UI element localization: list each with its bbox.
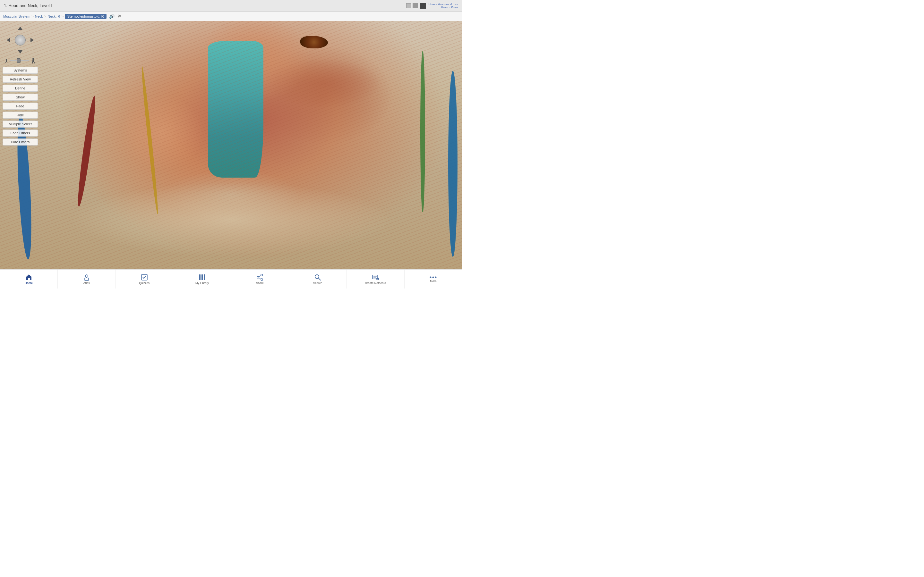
atlas-label: Atlas bbox=[83, 282, 90, 285]
svg-point-32 bbox=[430, 276, 431, 278]
top-bar: 1. Head and Neck, Level I Human Anatomy … bbox=[0, 0, 462, 11]
person-small-icon bbox=[4, 58, 9, 63]
hide-others-button[interactable]: Hide Others bbox=[3, 139, 38, 145]
top-bar-right: Human Anatomy Atlas Visible Body bbox=[406, 3, 458, 9]
settings-icon[interactable] bbox=[420, 3, 426, 9]
nav-item-home[interactable]: Home bbox=[0, 269, 58, 288]
fade-others-button[interactable]: Fade Others bbox=[3, 129, 38, 137]
nav-item-library[interactable]: My Library bbox=[173, 269, 231, 288]
breadcrumb-sep-3: > bbox=[61, 15, 63, 18]
atlas-icon bbox=[83, 274, 90, 281]
svg-text:+: + bbox=[377, 278, 379, 281]
vessel-2 bbox=[448, 71, 457, 257]
svg-rect-7 bbox=[7, 62, 7, 63]
nav-item-search[interactable]: Search bbox=[289, 269, 347, 288]
nav-item-more[interactable]: More bbox=[405, 269, 462, 288]
nav-right-arrow[interactable] bbox=[29, 37, 35, 43]
svg-rect-5 bbox=[6, 60, 7, 62]
svg-line-24 bbox=[259, 277, 261, 279]
svg-line-26 bbox=[318, 278, 320, 280]
search-icon bbox=[314, 274, 321, 281]
svg-rect-18 bbox=[202, 274, 203, 280]
svg-point-22 bbox=[261, 279, 263, 280]
hide-button[interactable]: Hide bbox=[3, 111, 38, 119]
library-label: My Library bbox=[195, 282, 209, 285]
breadcrumb-sep-2: > bbox=[44, 15, 46, 18]
nav-up-arrow[interactable] bbox=[18, 26, 23, 31]
zoom-thumb[interactable] bbox=[17, 58, 21, 63]
svg-rect-10 bbox=[32, 62, 33, 63]
nav-item-notecard[interactable]: + Create Notecard bbox=[347, 269, 405, 288]
nav-left-arrow[interactable] bbox=[6, 37, 11, 43]
eye-detail bbox=[300, 36, 328, 48]
fade-button[interactable]: Fade bbox=[3, 103, 38, 110]
breadcrumb-neck-r[interactable]: Neck, R bbox=[47, 15, 60, 18]
svg-rect-9 bbox=[32, 60, 34, 62]
breadcrumb-muscular-system[interactable]: Muscular System bbox=[3, 15, 30, 18]
nav-down-arrow[interactable] bbox=[18, 49, 23, 55]
library-icon bbox=[199, 274, 206, 281]
svg-point-8 bbox=[32, 58, 34, 60]
notecard-icon: + bbox=[372, 274, 379, 281]
svg-marker-12 bbox=[26, 274, 32, 280]
svg-point-33 bbox=[433, 276, 434, 278]
more-label: More bbox=[430, 279, 437, 283]
systems-button[interactable]: Systems bbox=[3, 67, 38, 74]
zoom-slider[interactable] bbox=[4, 58, 36, 63]
left-controls-panel: Systems Refresh View Define Show Fade Hi… bbox=[3, 26, 38, 145]
navigation-joystick[interactable] bbox=[6, 26, 35, 55]
window-restore-button[interactable] bbox=[413, 3, 418, 8]
svg-point-4 bbox=[6, 59, 7, 60]
svg-rect-6 bbox=[5, 62, 6, 63]
show-button[interactable]: Show bbox=[3, 93, 38, 101]
window-min-button[interactable] bbox=[406, 3, 411, 8]
svg-rect-11 bbox=[34, 62, 35, 63]
svg-marker-1 bbox=[18, 50, 23, 53]
svg-point-25 bbox=[315, 275, 319, 279]
info-icon[interactable]: 🏳 bbox=[117, 14, 121, 19]
multiple-select-button[interactable]: Multiple Select bbox=[3, 121, 38, 127]
home-icon bbox=[25, 274, 33, 281]
home-label: Home bbox=[25, 282, 33, 285]
share-icon bbox=[256, 274, 263, 281]
person-large-icon bbox=[31, 58, 36, 63]
notecard-label: Create Notecard bbox=[365, 282, 386, 285]
define-button[interactable]: Define bbox=[3, 85, 38, 92]
bottom-nav-bar: Home Atlas Quizzes My Library bbox=[0, 269, 462, 288]
svg-point-20 bbox=[261, 274, 263, 276]
3d-canvas[interactable] bbox=[0, 21, 462, 269]
svg-point-34 bbox=[435, 276, 437, 278]
breadcrumb-neck[interactable]: Neck bbox=[35, 15, 43, 18]
breadcrumb-sep-1: > bbox=[31, 15, 33, 18]
nav-item-quizzes[interactable]: Quizzes bbox=[115, 269, 173, 288]
zoom-track[interactable] bbox=[10, 60, 29, 61]
breadcrumb-active-item[interactable]: Sternocleidomastoid, R bbox=[65, 14, 107, 19]
search-label: Search bbox=[313, 282, 322, 285]
svg-marker-0 bbox=[18, 27, 23, 30]
svg-line-23 bbox=[259, 276, 261, 277]
svg-rect-19 bbox=[204, 274, 205, 280]
quizzes-label: Quizzes bbox=[139, 282, 150, 285]
level-title: 1. Head and Neck, Level I bbox=[4, 3, 52, 8]
svg-point-13 bbox=[86, 275, 88, 277]
bone-area bbox=[69, 182, 393, 257]
window-controls bbox=[406, 3, 418, 8]
sound-icon[interactable]: 🔊 bbox=[109, 14, 115, 19]
nerve-green-1 bbox=[420, 51, 425, 212]
share-label: Share bbox=[256, 282, 264, 285]
nav-item-share[interactable]: Share bbox=[231, 269, 289, 288]
svg-marker-3 bbox=[31, 38, 34, 42]
breadcrumb-bar: Muscular System > Neck > Neck, R > Stern… bbox=[0, 11, 462, 21]
svg-point-21 bbox=[257, 276, 259, 278]
svg-rect-17 bbox=[199, 274, 200, 280]
nav-item-atlas[interactable]: Atlas bbox=[58, 269, 115, 288]
more-icon bbox=[430, 276, 437, 279]
app-logo: Human Anatomy Atlas Visible Body bbox=[429, 3, 458, 9]
svg-rect-14 bbox=[85, 278, 89, 280]
svg-marker-2 bbox=[7, 38, 10, 42]
refresh-view-button[interactable]: Refresh View bbox=[3, 76, 38, 83]
quizzes-icon bbox=[141, 274, 148, 281]
nav-center-button[interactable] bbox=[15, 35, 26, 45]
